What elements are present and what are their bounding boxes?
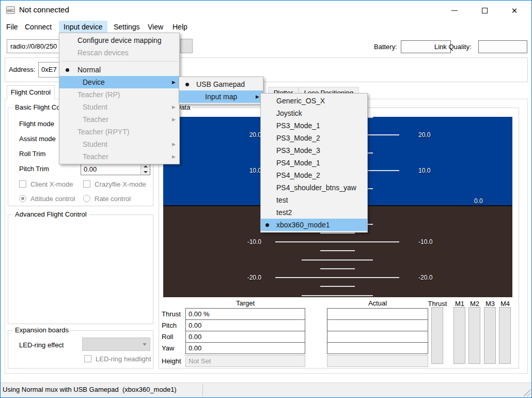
menu-item-label: PS3_Mode_1 — [276, 119, 367, 132]
led-ring-effect-label: LED-ring effect — [19, 341, 64, 349]
radio-bullet-icon — [265, 223, 269, 227]
m4-bar — [499, 307, 511, 364]
thrust-target-field[interactable]: 0.00 % — [185, 308, 305, 320]
menu-separator — [60, 61, 178, 62]
target-header: Target — [185, 299, 305, 307]
client-x-mode-checkbox — [19, 180, 26, 188]
pitch-trim-spinbox[interactable]: 0.00 — [81, 163, 150, 175]
menu-view[interactable]: View — [143, 21, 168, 33]
pitch-row-label: Pitch — [162, 319, 177, 331]
crazyflie-x-mode-checkbox — [83, 180, 90, 188]
toolbar-button[interactable] — [180, 39, 193, 53]
roll-target-field[interactable]: 0.00 — [185, 331, 305, 343]
menu-settings[interactable]: Settings — [109, 21, 145, 33]
thrust-actual-field — [327, 308, 428, 320]
menu-item-device[interactable]: Device▶ — [59, 76, 179, 88]
menu-item-ps4-mode-1[interactable]: PS4_Mode_1 — [261, 157, 367, 169]
led-ring-headlight-checkbox — [84, 355, 91, 362]
status-separator — [202, 385, 203, 396]
minimize-button[interactable] — [440, 1, 470, 20]
assist-mode-label: Assist mode — [19, 135, 56, 143]
pitch-ladder-line — [320, 286, 355, 287]
menu-item-ps4-mode-2[interactable]: PS4_Mode_2 — [261, 169, 367, 181]
horizon-tick-label: 0.0 — [474, 197, 483, 205]
close-button[interactable]: ✕ — [499, 1, 529, 20]
thrust-row-label: Thrust — [162, 308, 181, 320]
menu-item-input-map[interactable]: Input map▶ — [179, 90, 263, 103]
submenu-arrow-icon: ▶ — [172, 150, 176, 163]
submenu-arrow-icon: ▶ — [172, 76, 176, 88]
yaw-row-label: Yaw — [162, 342, 174, 354]
app-window: ABC Not connected ✕ File Connect Input d… — [0, 0, 532, 398]
pitch-trim-label: Pitch Trim — [19, 165, 49, 173]
submenu-arrow-icon: ▶ — [256, 90, 259, 103]
submenu-arrow-icon: ▶ — [172, 101, 176, 113]
pitch-ladder-line — [302, 259, 373, 261]
menu-item-label: test2 — [276, 206, 367, 219]
menu-item-label: PS4_Mode_1 — [276, 157, 367, 169]
menu-input-device-header[interactable]: Input device — [59, 21, 107, 33]
menu-item-teacher: Teacher▶ — [59, 150, 179, 163]
pitch-ladder-line — [320, 268, 355, 269]
pitch-tick-label-right: 10.0 — [418, 166, 449, 175]
roll-trim-label: Roll Trim — [19, 150, 45, 158]
roll-actual-field — [327, 331, 428, 343]
menu-item-test2[interactable]: test2 — [261, 206, 367, 219]
resize-grip[interactable] — [523, 389, 530, 396]
menu-item-rescan-devices: Rescan devices — [59, 47, 179, 59]
menu-item-ps3-mode-1[interactable]: PS3_Mode_1 — [261, 119, 367, 132]
menu-item-usb-gamepad[interactable]: USB Gamepad — [179, 78, 263, 90]
menu-item-ps3-mode-3[interactable]: PS3_Mode_3 — [261, 144, 367, 157]
flight-mode-label: Flight mode — [19, 120, 54, 128]
menu-item-teacher-rpyt: Teacher (RPYT) — [59, 126, 179, 138]
menu-item-label: Teacher — [83, 150, 179, 163]
menu-item-generic-os-x[interactable]: Generic_OS_X — [261, 95, 367, 107]
pitch-ladder-line — [320, 250, 355, 251]
maximize-icon — [482, 8, 488, 13]
menu-item-label: xbox360_mode1 — [276, 219, 367, 231]
input-map-submenu: Generic_OS_XJoystickPS3_Mode_1PS3_Mode_2… — [260, 93, 368, 233]
pitch-target-field[interactable]: 0.00 — [185, 319, 305, 331]
pitch-tick-label-left: 10.0 — [230, 166, 261, 175]
pitch-trim-value: 0.00 — [84, 165, 97, 173]
pitch-ladder-line — [302, 295, 373, 296]
link-quality-progressbar — [478, 40, 527, 53]
menu-file[interactable]: File — [2, 21, 23, 33]
menu-item-label: Student — [83, 101, 179, 113]
menu-connect[interactable]: Connect — [20, 21, 56, 33]
menu-item-ps4-shoulder-btns-yaw[interactable]: PS4_shoulder_btns_yaw — [261, 181, 367, 194]
menu-item-label: Generic_OS_X — [276, 95, 367, 107]
maximize-button[interactable] — [470, 1, 499, 20]
menu-item-test[interactable]: test — [261, 194, 367, 206]
submenu-arrow-icon: ▶ — [172, 138, 176, 150]
device-submenu: USB GamepadInput map▶ — [179, 76, 263, 104]
attitude-control-label: Attitude control — [30, 195, 75, 203]
menu-item-teacher: Teacher▶ — [59, 113, 179, 126]
menu-item-joystick[interactable]: Joystick — [261, 107, 367, 119]
thrust-bar-label: Thrust — [426, 300, 449, 308]
m1-bar — [453, 307, 465, 364]
menu-item-label: Device — [83, 76, 179, 88]
advanced-flight-control-groupbox — [8, 215, 153, 324]
input-device-menu: Configure device mappingRescan devicesNo… — [59, 33, 180, 164]
minimize-icon — [451, 10, 458, 11]
yaw-target-field[interactable]: 0.00 — [185, 342, 305, 354]
roll-row-label: Roll — [162, 331, 173, 343]
close-icon: ✕ — [511, 7, 518, 14]
menu-item-label: PS4_Mode_2 — [276, 169, 367, 181]
menu-item-configure-device-mapping[interactable]: Configure device mapping — [59, 34, 179, 47]
menu-item-normal[interactable]: Normal — [59, 64, 179, 76]
link-quality-label: Link Quality: — [434, 40, 472, 53]
tab-flight-control[interactable]: Flight Control — [7, 85, 55, 99]
menu-item-student: Student▶ — [59, 138, 179, 150]
status-text: Using Normal mux with USB Gamepad (xbox3… — [3, 386, 177, 393]
menu-item-ps3-mode-2[interactable]: PS3_Mode_2 — [261, 132, 367, 144]
radio-bullet-icon — [66, 68, 69, 72]
window-title: Not connected — [19, 5, 69, 14]
menu-help[interactable]: Help — [168, 21, 192, 33]
attitude-control-radio — [19, 195, 26, 202]
spin-down-icon — [144, 171, 148, 173]
client-x-mode-label: Client X-mode — [30, 180, 73, 188]
menu-item-xbox360-mode1[interactable]: xbox360_mode1 — [261, 219, 367, 231]
spin-buttons[interactable] — [140, 163, 150, 175]
